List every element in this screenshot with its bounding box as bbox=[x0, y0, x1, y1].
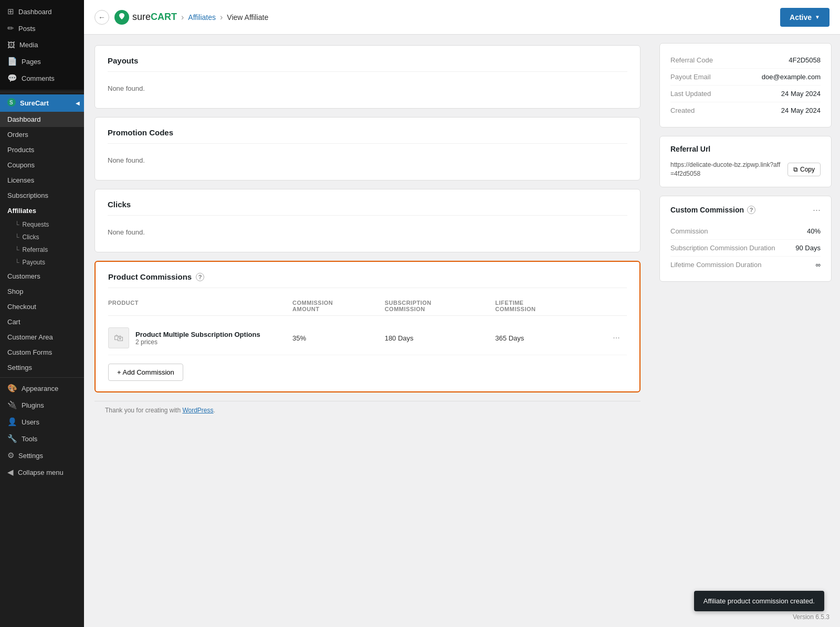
sidebar-sub-label: Payouts bbox=[23, 259, 45, 266]
lifetime-commission-value: 365 Days bbox=[495, 334, 606, 342]
clicks-card: Clicks None found. bbox=[94, 189, 640, 252]
copy-label: Copy bbox=[800, 166, 815, 173]
footer-period: . bbox=[214, 407, 215, 414]
row-actions-button[interactable]: ··· bbox=[606, 333, 627, 343]
surecart-icon: S bbox=[7, 98, 16, 108]
add-commission-button[interactable]: + Add Commission bbox=[108, 364, 183, 381]
appearance-icon: 🎨 bbox=[7, 384, 17, 393]
col-actions bbox=[606, 300, 627, 312]
brand-logo[interactable]: sureCART bbox=[114, 10, 177, 25]
payout-email-value: doe@example.com bbox=[762, 73, 821, 81]
sidebar-item-comments[interactable]: 💬 Comments bbox=[0, 70, 84, 87]
custom-commission-header: Custom Commission ? ··· bbox=[670, 205, 821, 216]
product-name: Product Multiple Subscription Options bbox=[135, 331, 260, 338]
sidebar-item-label: Collapse menu bbox=[18, 469, 64, 476]
custom-commission-help-icon[interactable]: ? bbox=[747, 206, 755, 214]
sidebar-item-subscriptions[interactable]: Subscriptions bbox=[0, 188, 84, 203]
logo-circle-icon bbox=[114, 10, 129, 25]
sidebar-item-label: Users bbox=[22, 418, 39, 426]
sub-prefix: └ bbox=[15, 233, 19, 241]
users-icon: 👤 bbox=[7, 417, 17, 427]
svg-text:S: S bbox=[9, 100, 13, 105]
custom-commission-more-button[interactable]: ··· bbox=[813, 205, 821, 216]
referral-code-label: Referral Code bbox=[670, 56, 713, 64]
copy-button[interactable]: ⧉ Copy bbox=[788, 163, 821, 176]
sidebar-item-label: Checkout bbox=[7, 303, 36, 311]
created-row: Created 24 May 2024 bbox=[670, 102, 821, 119]
promotion-codes-card: Promotion Codes None found. bbox=[94, 117, 640, 180]
logo-text bbox=[118, 12, 126, 22]
sidebar-item-shop[interactable]: Shop bbox=[0, 284, 84, 299]
sidebar-item-surecart[interactable]: S SureCart bbox=[0, 94, 84, 112]
sidebar-item-customers[interactable]: Customers bbox=[0, 269, 84, 284]
sidebar-item-licenses[interactable]: Licenses bbox=[0, 173, 84, 188]
product-thumbnail: 🛍 bbox=[108, 327, 129, 348]
version-label: Version 6.5.3 bbox=[793, 613, 830, 621]
sidebar-surecart-label: SureCart bbox=[20, 99, 49, 107]
sidebar-item-affiliates[interactable]: Affiliates bbox=[0, 203, 84, 218]
sidebar-item-media[interactable]: 🖼 Media bbox=[0, 37, 84, 53]
sidebar-item-dashboard[interactable]: Dashboard bbox=[0, 112, 84, 127]
sidebar-item-label: Licenses bbox=[7, 176, 34, 184]
breadcrumb: sureCART › Affiliates › View Affiliate bbox=[114, 10, 268, 25]
commission-rate-value: 40% bbox=[807, 227, 821, 235]
sidebar-item-plugins[interactable]: 🔌 Plugins bbox=[0, 397, 84, 413]
settings-icon: ⚙ bbox=[7, 451, 14, 460]
sidebar-item-orders[interactable]: Orders bbox=[0, 127, 84, 142]
tools-icon: 🔧 bbox=[7, 434, 17, 443]
sidebar-item-label: Subscriptions bbox=[7, 192, 48, 199]
col-product: Product bbox=[108, 300, 292, 312]
topbar: ← sureCART › Affiliates › View Affiliate… bbox=[84, 0, 840, 35]
sidebar-item-referrals[interactable]: └ Referrals bbox=[0, 243, 84, 256]
dashboard-icon: ⊞ bbox=[7, 7, 14, 16]
sidebar-item-collapse[interactable]: ◀ Collapse menu bbox=[0, 464, 84, 481]
sidebar-item-custom-forms[interactable]: Custom Forms bbox=[0, 345, 84, 360]
wordpress-link[interactable]: WordPress bbox=[182, 407, 213, 414]
sidebar-item-payouts[interactable]: └ Payouts bbox=[0, 256, 84, 269]
sidebar-item-label: Pages bbox=[22, 58, 41, 66]
sidebar-item-label: Posts bbox=[18, 25, 36, 33]
sidebar: ⊞ Dashboard ✏ Posts 🖼 Media 📄 Pages 💬 Co… bbox=[0, 0, 84, 627]
back-button[interactable]: ← bbox=[94, 10, 109, 25]
sidebar-item-coupons[interactable]: Coupons bbox=[0, 157, 84, 173]
content-area: Payouts None found. Promotion Codes None… bbox=[84, 35, 651, 627]
footer: Thank you for creating with WordPress. bbox=[94, 401, 640, 419]
sidebar-item-appearance[interactable]: 🎨 Appearance bbox=[0, 380, 84, 397]
sidebar-item-clicks[interactable]: └ Clicks bbox=[0, 231, 84, 243]
breadcrumb-view-affiliate: View Affiliate bbox=[227, 13, 268, 22]
posts-icon: ✏ bbox=[7, 24, 14, 33]
sidebar-item-users[interactable]: 👤 Users bbox=[0, 413, 84, 430]
sidebar-item-dashboard-top[interactable]: ⊞ Dashboard bbox=[0, 3, 84, 20]
sidebar-item-cart[interactable]: Cart bbox=[0, 314, 84, 330]
breadcrumb-affiliates-link[interactable]: Affiliates bbox=[188, 13, 216, 22]
topbar-left: ← sureCART › Affiliates › View Affiliate bbox=[94, 10, 268, 25]
sidebar-item-checkout[interactable]: Checkout bbox=[0, 299, 84, 314]
sidebar-item-label: Coupons bbox=[7, 161, 35, 169]
sidebar-item-customer-area[interactable]: Customer Area bbox=[0, 330, 84, 345]
page-body: Payouts None found. Promotion Codes None… bbox=[84, 35, 840, 627]
sidebar-item-tools[interactable]: 🔧 Tools bbox=[0, 430, 84, 447]
commission-help-icon[interactable]: ? bbox=[196, 273, 204, 281]
sidebar-item-label: Orders bbox=[7, 131, 28, 139]
sidebar-item-label: Tools bbox=[22, 435, 37, 443]
referral-code-value: 4F2D5058 bbox=[789, 56, 821, 64]
sidebar-item-products[interactable]: Products bbox=[0, 142, 84, 157]
sidebar-item-settings-surecart[interactable]: Settings bbox=[0, 360, 84, 375]
plugins-icon: 🔌 bbox=[7, 400, 17, 410]
sidebar-item-posts[interactable]: ✏ Posts bbox=[0, 20, 84, 37]
lifetime-duration-label: Lifetime Commission Duration bbox=[670, 261, 761, 269]
back-arrow-icon: ← bbox=[98, 13, 106, 22]
sidebar-sub-label: Clicks bbox=[23, 233, 39, 241]
last-updated-label: Last Updated bbox=[670, 90, 711, 98]
sidebar-item-pages[interactable]: 📄 Pages bbox=[0, 53, 84, 70]
status-button[interactable]: Active bbox=[780, 8, 830, 27]
sidebar-item-label: Customer Area bbox=[7, 333, 53, 341]
sidebar-item-requests[interactable]: └ Requests bbox=[0, 218, 84, 231]
referral-code-row: Referral Code 4F2D5058 bbox=[670, 52, 821, 69]
sidebar-item-label: Cart bbox=[7, 318, 20, 326]
toast-notification: Affiliate product commission created. bbox=[694, 591, 824, 611]
sidebar-item-settings-bottom[interactable]: ⚙ Settings bbox=[0, 447, 84, 464]
breadcrumb-sep-2: › bbox=[220, 13, 223, 22]
subscription-duration-value: 90 Days bbox=[795, 244, 821, 252]
clicks-title: Clicks bbox=[108, 200, 627, 216]
